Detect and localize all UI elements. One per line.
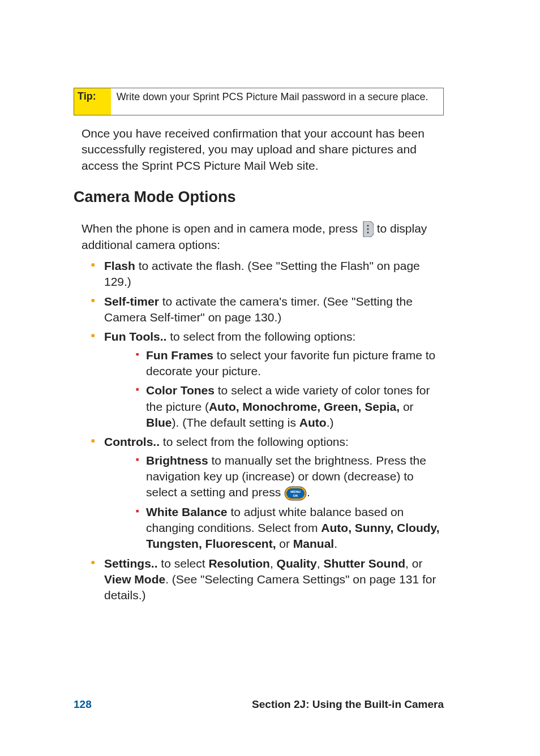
page-footer: 128 Section 2J: Using the Built-in Camer… bbox=[74, 698, 444, 711]
tip-text: Write down your Sprint PCS Picture Mail … bbox=[111, 88, 433, 115]
label-funtools: Fun Tools.. bbox=[104, 330, 166, 343]
text-flash: to activate the flash. (See "Setting the… bbox=[104, 259, 420, 288]
svg-point-2 bbox=[367, 232, 368, 234]
tip-box: Tip: Write down your Sprint PCS Picture … bbox=[74, 88, 444, 115]
text-colortones-e: Blue bbox=[146, 416, 172, 429]
item-selftimer: Self-timer to activate the camera's time… bbox=[91, 294, 444, 326]
text-settings-c: Resolution bbox=[208, 557, 270, 570]
page-number: 128 bbox=[74, 698, 92, 711]
text-colortones-c: Auto, Monochrome, Green, Sepia, bbox=[209, 400, 400, 413]
controls-sublist: Brightness to manually set the brightnes… bbox=[136, 453, 444, 552]
tip-label: Tip: bbox=[74, 88, 111, 115]
camera-mode-text-a: When the phone is open and in camera mod… bbox=[82, 222, 361, 235]
intro-paragraph: Once you have received confirmation that… bbox=[82, 126, 444, 174]
text-brightness-c: . bbox=[307, 486, 310, 499]
text-settings-h: , or bbox=[405, 557, 422, 570]
text-colortones-h: .) bbox=[327, 416, 334, 429]
text-colortones-d: or bbox=[400, 400, 414, 413]
item-controls: Controls.. to select from the following … bbox=[91, 434, 444, 552]
item-whitebalance: White Balance to adjust white balance ba… bbox=[136, 504, 444, 552]
label-funframes: Fun Frames bbox=[146, 349, 213, 362]
svg-point-0 bbox=[367, 225, 368, 227]
item-funframes: Fun Frames to select your favorite fun p… bbox=[136, 347, 444, 380]
label-whitebalance: White Balance bbox=[146, 505, 228, 518]
text-settings-d: , bbox=[270, 557, 277, 570]
item-settings: Settings.. to select Resolution, Quality… bbox=[91, 556, 444, 604]
label-colortones: Color Tones bbox=[146, 384, 215, 397]
side-key-icon bbox=[361, 221, 374, 237]
text-colortones-g: Auto bbox=[299, 416, 327, 429]
options-list: Flash to activate the flash. (See "Setti… bbox=[91, 258, 444, 604]
text-settings-g: Shutter Sound bbox=[323, 557, 405, 570]
label-flash: Flash bbox=[104, 259, 135, 272]
text-whitebal-e: Manual bbox=[293, 537, 334, 550]
text-settings-f: , bbox=[317, 557, 324, 570]
svg-text:MENU: MENU bbox=[290, 490, 301, 493]
menu-ok-key-icon: MENU OK bbox=[284, 486, 307, 501]
text-whitebal-d: or bbox=[276, 537, 293, 550]
label-settings: Settings.. bbox=[104, 557, 158, 570]
item-flash: Flash to activate the flash. (See "Setti… bbox=[91, 258, 444, 290]
item-colortones: Color Tones to select a wide variety of … bbox=[136, 383, 444, 431]
text-whitebal-f: . bbox=[334, 537, 337, 550]
svg-point-1 bbox=[367, 229, 368, 230]
text-controls: to select from the following options: bbox=[160, 435, 349, 448]
svg-text:OK: OK bbox=[293, 494, 298, 497]
text-funtools: to select from the following options: bbox=[166, 330, 355, 343]
funtools-sublist: Fun Frames to select your favorite fun p… bbox=[136, 347, 444, 431]
label-brightness: Brightness bbox=[146, 454, 208, 467]
label-controls: Controls.. bbox=[104, 435, 160, 448]
text-settings-e: Quality bbox=[277, 557, 317, 570]
item-brightness: Brightness to manually set the brightnes… bbox=[136, 453, 444, 501]
text-colortones-f: ). (The default setting is bbox=[172, 416, 299, 429]
section-label: Section 2J: Using the Built-in Camera bbox=[92, 698, 444, 711]
heading-camera-mode-options: Camera Mode Options bbox=[74, 188, 444, 206]
text-settings-b: to select bbox=[158, 557, 209, 570]
item-funtools: Fun Tools.. to select from the following… bbox=[91, 329, 444, 431]
label-selftimer: Self-timer bbox=[104, 295, 159, 308]
camera-mode-line: When the phone is open and in camera mod… bbox=[82, 221, 444, 254]
text-settings-i: View Mode bbox=[104, 573, 165, 586]
